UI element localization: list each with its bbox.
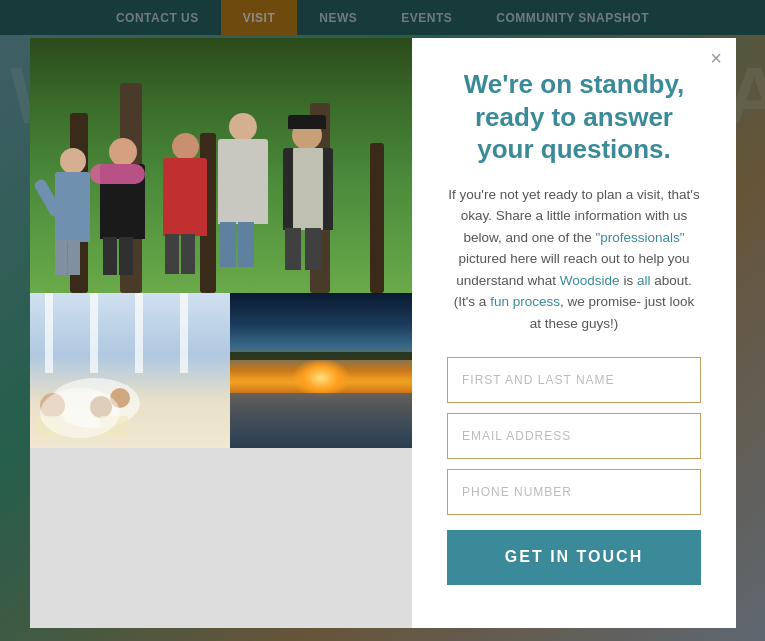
modal-title: We're on standby, ready to answer your q…	[447, 68, 701, 166]
group-photo	[30, 38, 412, 293]
name-input[interactable]	[447, 357, 701, 403]
submit-button[interactable]: GET IN TOUCH	[447, 530, 701, 585]
modal-description: If you're not yet ready to plan a visit,…	[447, 184, 701, 335]
modal-form-panel: We're on standby, ready to answer your q…	[412, 38, 736, 628]
modal-bottom-images	[30, 293, 412, 448]
contact-modal: ×	[30, 38, 736, 628]
modal-image-panel	[30, 38, 412, 628]
sunset-golf-photo	[230, 293, 412, 448]
close-button[interactable]: ×	[710, 48, 722, 68]
phone-input[interactable]	[447, 469, 701, 515]
porch-dining-photo	[30, 293, 230, 448]
email-input[interactable]	[447, 413, 701, 459]
